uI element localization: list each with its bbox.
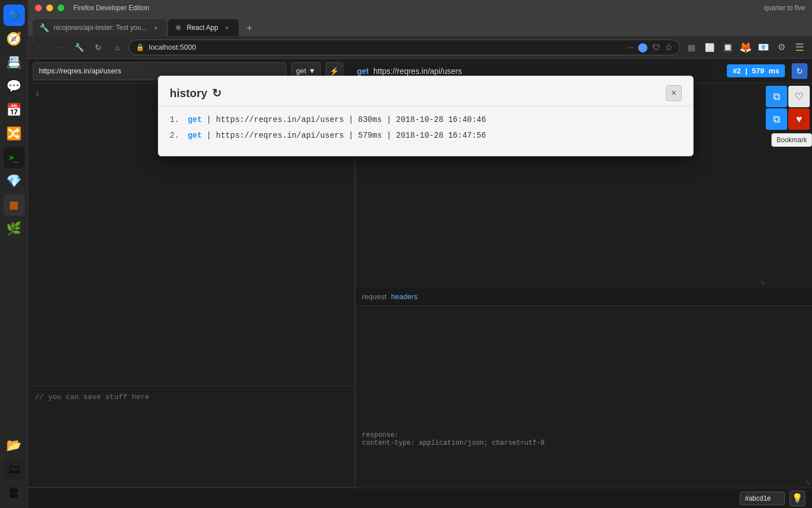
history-num-1: 1. [170,115,183,124]
forward-button[interactable]: → [52,40,68,55]
macos-dock: 🔵 🧭 📇 💬 📅 🔀 >_ 💎 ▦ 🌿 📂 🗂 🗑 [0,0,28,508]
reader-button[interactable]: ⬜ [701,40,717,55]
shield-icon: 🛡 [652,43,660,52]
history-method-2: get [188,131,202,140]
history-item-2: 2. get | https://reqres.in/api/users | 5… [170,131,682,140]
tab-close-react[interactable]: × [223,23,232,32]
tab-icon-api: 🔧 [39,23,49,32]
maximize-traffic-light[interactable] [58,5,64,11]
nav-icons-right: ▤ ⬜ 🔲 🦊 📧 ⚙ ☰ [683,40,807,55]
address-text: localhost:5000 [149,43,623,51]
dock-trash[interactable]: 🗑 [3,482,25,503]
history-modal: history ↻ × 1. get | https://reqres.in/a… [158,76,694,156]
dock-contacts[interactable]: 📇 [3,52,25,73]
close-traffic-light[interactable] [35,5,42,11]
new-tab-button[interactable]: + [242,20,258,36]
history-details-2: | https://reqres.in/api/users | 579ms | … [206,131,486,140]
modal-title: history ↻ [170,86,222,100]
dock-calendar[interactable]: 📅 [3,99,25,121]
tab-bar: 🔧 nicojones/api-tester: Test you... × ⚛ … [28,16,812,36]
titlebar: Firefox Developer Edition quarter to fiv… [28,0,812,16]
dock-sourcetree[interactable]: 🌿 [3,218,25,239]
dock-spectacle[interactable]: ▦ [3,194,25,216]
tab-react-app[interactable]: ⚛ React App × [168,19,238,36]
history-details-1: | https://reqres.in/api/users | 830ms | … [206,115,486,124]
browser-content: get ▼ ⚡ get https://reqres.in/api/users … [28,59,812,508]
modal-refresh-icon[interactable]: ↻ [212,86,222,100]
customize-button[interactable]: 🔧 [71,40,87,55]
nav-bar: ← → 🔧 ↻ ⌂ 🔒 localhost:5000 ··· ⬤ 🛡 ☆ ▤ ⬜… [28,36,812,59]
dots-icon: ⬤ [638,42,648,52]
history-method-1: get [188,115,202,124]
address-bar[interactable]: 🔒 localhost:5000 ··· ⬤ 🛡 ☆ [129,40,680,55]
close-icon: × [671,88,676,98]
modal-title-text: history [170,87,208,100]
history-num-2: 2. [170,131,183,140]
dock-finder[interactable]: 🔵 [3,5,25,26]
modal-header: history ↻ × [158,76,693,106]
modal-overlay: history ↻ × 1. get | https://reqres.in/a… [28,59,812,508]
addon1-button[interactable]: 🦊 [738,40,753,55]
modal-body: 1. get | https://reqres.in/api/users | 8… [158,106,693,156]
dock-terminal[interactable]: >_ [3,147,25,168]
address-more: ··· [628,43,633,51]
titlebar-time: quarter to five [764,4,805,12]
bookmark-star-icon[interactable]: ☆ [665,42,673,52]
dock-migrate[interactable]: 🔀 [3,123,25,144]
tab-close-api[interactable]: × [151,23,160,32]
lock-icon: 🔒 [136,43,144,51]
addon2-button[interactable]: 📧 [756,40,771,55]
dock-sketch[interactable]: 💎 [3,170,25,192]
dock-messages[interactable]: 💬 [3,76,25,97]
tab-label-api: nicojones/api-tester: Test you... [54,24,147,32]
menu-button[interactable]: ☰ [792,40,807,55]
reload-button[interactable]: ↻ [90,40,106,55]
tab-icon-react: ⚛ [175,23,182,32]
browser-window: Firefox Developer Edition quarter to fiv… [28,0,812,508]
back-button[interactable]: ← [33,40,48,55]
dock-folder2[interactable]: 🗂 [3,458,25,480]
dock-folder[interactable]: 📂 [3,435,25,456]
dock-safari[interactable]: 🧭 [3,28,25,50]
tab-label-react: React App [187,24,218,32]
sidebar-toggle-button[interactable]: ▤ [683,40,699,55]
pocket-button[interactable]: 🔲 [720,40,735,55]
addon3-button[interactable]: ⚙ [774,40,789,55]
history-item-1: 1. get | https://reqres.in/api/users | 8… [170,115,682,124]
home-button[interactable]: ⌂ [109,40,125,55]
modal-close-button[interactable]: × [666,85,682,101]
titlebar-app-name: Firefox Developer Edition [73,4,149,12]
minimize-traffic-light[interactable] [46,5,53,11]
tab-api-tester[interactable]: 🔧 nicojones/api-tester: Test you... × [33,19,167,36]
